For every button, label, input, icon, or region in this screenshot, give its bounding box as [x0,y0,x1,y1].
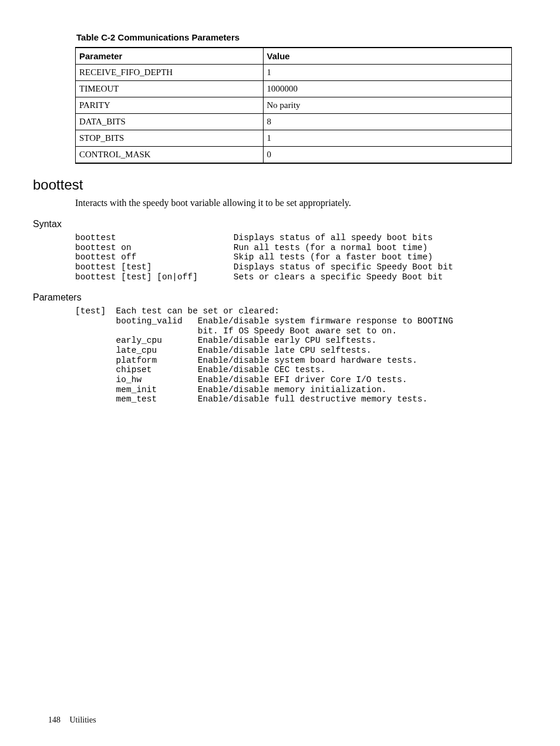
parameters-block: [test] Each test can be set or cleared: … [75,306,512,404]
table-row: PARITY No parity [76,97,512,114]
syntax-block: boottest Displays status of all speedy b… [75,233,512,282]
heading-syntax: Syntax [33,219,512,229]
page-footer: 148 Utilities [48,715,96,725]
cell-param: STOP_BITS [76,130,264,147]
table-row: DATA_BITS 8 [76,114,512,130]
cell-param: DATA_BITS [76,114,264,130]
table-row: RECEIVE_FIFO_DEPTH 1 [76,65,512,81]
heading-parameters: Parameters [33,292,512,303]
cell-value: 1 [263,65,512,81]
cell-value: 1000000 [263,81,512,97]
cell-value: 8 [263,114,512,130]
table-header-value: Value [263,48,512,65]
cell-param: TIMEOUT [76,81,264,97]
cell-value: 1 [263,130,512,147]
table-row: TIMEOUT 1000000 [76,81,512,97]
table-title: Table C-2 Communications Parameters [76,32,512,42]
cell-param: PARITY [76,97,264,114]
table-header-row: Parameter Value [76,48,512,65]
boottest-description: Interacts with the speedy boot variable … [75,198,512,208]
cell-value: 0 [263,147,512,164]
communications-parameters-table: Parameter Value RECEIVE_FIFO_DEPTH 1 TIM… [75,47,512,164]
table-row: CONTROL_MASK 0 [76,147,512,164]
footer-section: Utilities [70,715,96,724]
table-row: STOP_BITS 1 [76,130,512,147]
cell-value: No parity [263,97,512,114]
page-number: 148 [48,715,60,724]
table-header-parameter: Parameter [76,48,264,65]
heading-boottest: boottest [33,177,512,193]
cell-param: RECEIVE_FIFO_DEPTH [76,65,264,81]
cell-param: CONTROL_MASK [76,147,264,164]
